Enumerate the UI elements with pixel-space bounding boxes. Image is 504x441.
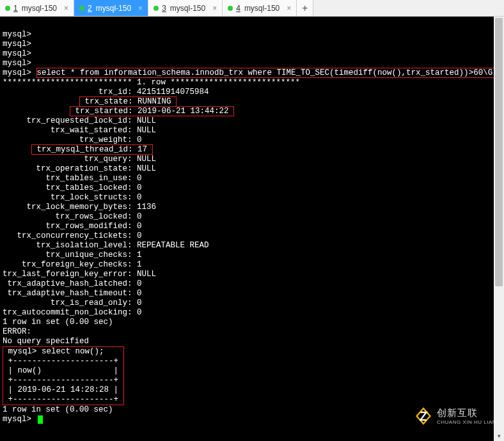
- terminal-line: trx_unique_checks: 1: [3, 251, 501, 260]
- terminal-line: *************************** 1. row *****…: [3, 78, 501, 88]
- terminal-line: trx_autocommit_non_locking: 0: [3, 308, 501, 318]
- connection-status-icon: [5, 6, 10, 11]
- terminal-line: No query specified: [3, 337, 501, 346]
- terminal-line: trx_requested_lock_id: NULL: [3, 116, 501, 126]
- highlighted-now-block: mysql> select now(); +------------------…: [3, 346, 501, 405]
- connection-status-icon: [228, 6, 233, 11]
- tab-mysql-150-2[interactable]: 2mysql-150×: [74, 0, 148, 16]
- terminal-line: trx_tables_in_use: 0: [3, 174, 501, 183]
- tab-number: 4: [236, 4, 240, 13]
- terminal-line: trx_adaptive_hash_timeout: 0: [3, 289, 501, 298]
- tab-mysql-150-1[interactable]: 1mysql-150×: [0, 0, 74, 16]
- terminal-line: mysql> select * from information_schema.…: [3, 68, 501, 78]
- tab-label: mysql-150: [170, 4, 205, 13]
- tab-mysql-150-4[interactable]: 4mysql-150×: [223, 0, 297, 16]
- new-tab-button[interactable]: +: [297, 0, 313, 16]
- terminal-line: mysql>: [3, 40, 501, 49]
- close-icon[interactable]: ×: [212, 4, 217, 13]
- tab-mysql-150-3[interactable]: 3mysql-150×: [148, 0, 223, 16]
- tab-number: 3: [162, 4, 166, 13]
- tab-label: mysql-150: [96, 4, 131, 13]
- scroll-thumb[interactable]: [495, 18, 503, 286]
- tab-label: mysql-150: [22, 4, 57, 13]
- terminal-line: trx_concurrency_tickets: 0: [3, 231, 501, 241]
- terminal-line: mysql>: [3, 30, 501, 40]
- terminal-line: trx_wait_started: NULL: [3, 126, 501, 135]
- highlighted-field: trx_started: 2019-06-21 13:44:22: [70, 106, 234, 116]
- highlighted-field: trx_state: RUNNING: [79, 97, 177, 107]
- highlighted-field: trx_mysql_thread_id: 17: [31, 144, 153, 155]
- terminal-line: mysql>: [3, 49, 501, 59]
- vertical-scrollbar[interactable]: ▴ ▾: [494, 17, 504, 441]
- terminal-line: trx_adaptive_hash_latched: 0: [3, 279, 501, 289]
- tab-label: mysql-150: [244, 4, 280, 13]
- terminal-line: trx_rows_locked: 0: [3, 212, 501, 222]
- highlighted-query: select * from information_schema.innodb_…: [36, 68, 498, 78]
- terminal-line: mysql>: [3, 59, 501, 68]
- terminal-line: trx_foreign_key_checks: 1: [3, 260, 501, 270]
- cursor: [38, 415, 43, 424]
- watermark: 创新互联 CHUANG XIN HU LIAN: [414, 406, 496, 426]
- terminal-line: trx_id: 421511914075984: [3, 88, 501, 97]
- connection-status-icon: [79, 6, 84, 11]
- terminal-line: trx_state: RUNNING: [3, 97, 501, 107]
- terminal-line: trx_started: 2019-06-21 13:44:22: [3, 107, 501, 116]
- terminal-line: trx_operation_state: NULL: [3, 164, 501, 174]
- watermark-text-en: CHUANG XIN HU LIAN: [437, 419, 496, 425]
- connection-status-icon: [154, 6, 159, 11]
- terminal-line: trx_lock_structs: 0: [3, 193, 501, 203]
- close-icon[interactable]: ×: [64, 4, 68, 13]
- terminal-line: trx_mysql_thread_id: 17: [3, 145, 501, 155]
- watermark-logo-icon: [414, 406, 433, 426]
- terminal-line: trx_query: NULL: [3, 155, 501, 164]
- terminal-line: trx_lock_memory_bytes: 1136: [3, 203, 501, 212]
- terminal-line: ERROR:: [3, 327, 501, 337]
- tab-number: 2: [88, 4, 92, 13]
- terminal-line: 1 row in set (0.00 sec): [3, 318, 501, 327]
- terminal-output[interactable]: mysql>mysql>mysql>mysql>mysql> select * …: [0, 17, 504, 441]
- terminal-line: trx_tables_locked: 0: [3, 183, 501, 193]
- tab-bar: 1mysql-150×2mysql-150×3mysql-150×4mysql-…: [0, 0, 504, 17]
- scroll-down-button[interactable]: ▾: [494, 431, 504, 441]
- tab-number: 1: [13, 4, 18, 13]
- close-icon[interactable]: ×: [138, 4, 143, 13]
- watermark-text-zh: 创新互联: [437, 407, 496, 419]
- terminal-line: trx_weight: 0: [3, 135, 501, 145]
- close-icon[interactable]: ×: [287, 4, 291, 13]
- terminal-line: trx_isolation_level: REPEATABLE READ: [3, 241, 501, 251]
- terminal-line: trx_is_read_only: 0: [3, 298, 501, 308]
- terminal-line: trx_last_foreign_key_error: NULL: [3, 270, 501, 279]
- terminal-line: trx_rows_modified: 0: [3, 222, 501, 231]
